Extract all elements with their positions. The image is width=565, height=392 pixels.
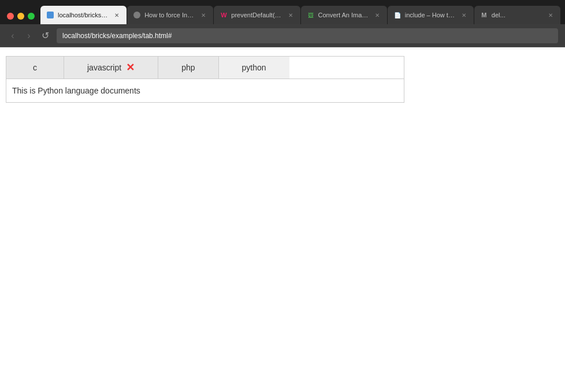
tab-close-local[interactable]: ✕: [113, 11, 121, 19]
tab-c[interactable]: c: [6, 57, 64, 79]
tab-favicon-w: W: [220, 11, 228, 19]
browser-tab-include[interactable]: 📄 include – How to... ✕: [388, 6, 474, 24]
browser-tab-del[interactable]: M del... ✕: [474, 6, 560, 24]
tab-favicon-ae: [133, 11, 141, 19]
browser-window: localhost/bricks/e... ✕ How to force Inp…: [0, 0, 565, 392]
tab-favicon-img: 🖼: [307, 11, 315, 19]
tab-title-prevent: preventDefault() t...: [231, 12, 282, 18]
tab-favicon-local: [46, 11, 54, 19]
tab-javascript[interactable]: javascript ✕: [64, 57, 158, 79]
tab-close-convert[interactable]: ✕: [373, 11, 381, 19]
tab-close-prevent[interactable]: ✕: [287, 11, 295, 19]
address-bar: ‹ › ↺: [0, 24, 565, 47]
tab-title-force-input: How to force Inpu...: [144, 12, 196, 18]
tab-active-content: This is Python language documents: [12, 86, 140, 95]
tab-close-del[interactable]: ✕: [547, 11, 555, 19]
forward-button[interactable]: ›: [23, 31, 35, 41]
maximize-window-button[interactable]: [28, 13, 35, 20]
address-input[interactable]: [57, 28, 558, 43]
tab-close-force-input[interactable]: ✕: [199, 11, 207, 19]
browser-tabs: localhost/bricks/e... ✕ How to force Inp…: [40, 6, 560, 24]
tab-close-include[interactable]: ✕: [460, 11, 468, 19]
tab-favicon-m: M: [480, 11, 488, 19]
tab-c-label: c: [33, 63, 37, 72]
back-button[interactable]: ‹: [7, 31, 18, 41]
tab-python[interactable]: python: [219, 57, 289, 79]
tab-content-area: This is Python language documents: [6, 79, 404, 102]
traffic-lights: [5, 13, 39, 24]
browser-tab-force-input[interactable]: How to force Inpu... ✕: [127, 6, 213, 24]
tab-title-include: include – How to...: [405, 12, 456, 18]
minimize-window-button[interactable]: [17, 13, 24, 20]
tab-title-local: localhost/bricks/e...: [58, 12, 109, 18]
tab-nav: c javascript ✕ php python: [6, 57, 404, 79]
tab-javascript-label: javascript: [87, 63, 121, 72]
tab-bar: localhost/bricks/e... ✕ How to force Inp…: [0, 0, 565, 24]
tab-widget: c javascript ✕ php python This is Python…: [6, 56, 404, 103]
browser-tab-local[interactable]: localhost/bricks/e... ✕: [40, 6, 127, 24]
nav-buttons: ‹ › ↺: [7, 30, 51, 41]
tab-python-label: python: [242, 63, 266, 72]
browser-tab-prevent[interactable]: W preventDefault() t... ✕: [214, 6, 300, 24]
browser-tab-convert[interactable]: 🖼 Convert An Image... ✕: [301, 6, 387, 24]
page-content: c javascript ✕ php python This is Python…: [0, 47, 565, 392]
tab-title-del: del...: [492, 12, 543, 18]
tab-php-label: php: [181, 63, 195, 72]
tab-php[interactable]: php: [158, 57, 218, 79]
tab-title-convert: Convert An Image...: [318, 12, 370, 18]
refresh-button[interactable]: ↺: [39, 30, 51, 41]
tab-close-icon[interactable]: ✕: [126, 62, 135, 73]
tab-favicon-inc: 📄: [393, 11, 402, 19]
close-window-button[interactable]: [7, 13, 14, 20]
